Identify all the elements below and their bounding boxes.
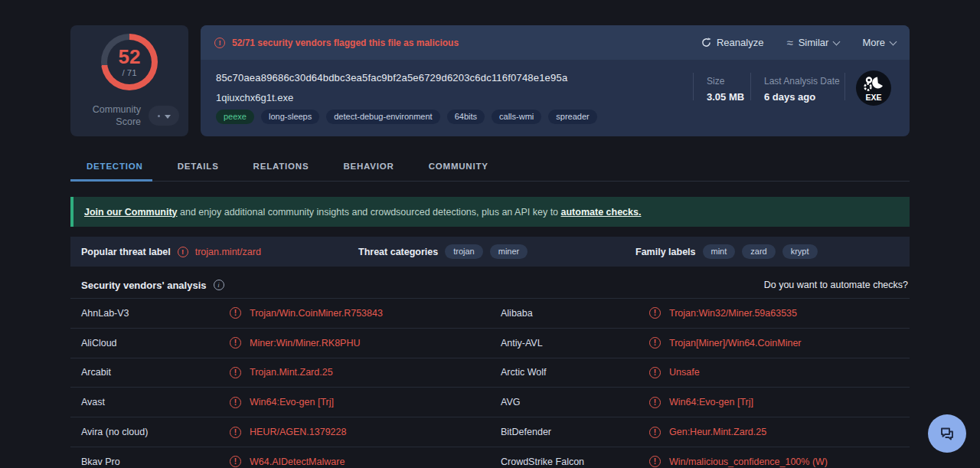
caret-down-icon	[165, 115, 171, 119]
detection-result: HEUR/AGEN.1379228	[230, 427, 346, 438]
more-label: More	[862, 37, 885, 48]
similar-button[interactable]: ≈ Similar	[786, 36, 839, 49]
alert-icon	[230, 456, 241, 467]
community-score-card: 52 / 71 CommunityScore	[70, 25, 188, 136]
threat-category-pill-miner[interactable]: miner	[490, 244, 528, 259]
vendor-name: Avast	[70, 397, 230, 407]
exe-filetype-icon: EXE	[856, 70, 891, 106]
alert-icon	[649, 337, 661, 349]
threat-categories-group: Threat categories trojanminer	[358, 237, 528, 267]
automate-checks-link[interactable]: automate checks.	[561, 207, 642, 218]
warning-icon	[214, 38, 225, 48]
detection-table-row: AhnLab-V3Trojan/Win.CoinMiner.R753843Ali…	[70, 299, 910, 329]
alert-icon	[649, 397, 661, 408]
community-banner-text: and enjoy additional community insights …	[178, 207, 561, 218]
alert-icon	[649, 456, 661, 467]
detection-cell: AliCloudMiner:Win/Miner.RK8PHU	[70, 329, 490, 358]
detection-result: Trojan:Win32/Miner.59a63535	[649, 307, 797, 319]
family-labels-title: Family labels	[635, 247, 696, 257]
malicious-alert-text: 52/71 security vendors flagged this file…	[232, 38, 459, 48]
file-tag-spreader[interactable]: spreader	[548, 110, 596, 124]
threat-category-pill-trojan[interactable]: trojan	[445, 244, 483, 259]
file-tag-peexe[interactable]: peexe	[216, 110, 254, 124]
detection-cell: AvastWin64:Evo-gen [Trj]	[70, 388, 490, 417]
info-icon[interactable]	[214, 280, 224, 290]
detection-result-text: Win64:Evo-gen [Trj]	[669, 397, 753, 407]
family-label-pill-mint[interactable]: mint	[703, 244, 736, 259]
similar-label: Similar	[799, 37, 829, 48]
detection-cell: Arctic WolfUnsafe	[490, 358, 910, 388]
family-labels-group: Family labels mintzardkrypt	[635, 237, 818, 267]
size-label: Size	[707, 76, 724, 87]
last-analysis-date-label: Last Analysis Date	[764, 76, 840, 87]
score-label-line2: Score	[116, 116, 141, 127]
header-actions: Reanalyze ≈ Similar More	[701, 36, 896, 49]
detection-result-text: Trojan[Miner]/Win64.CoinMiner	[669, 338, 802, 349]
warning-icon	[178, 247, 188, 257]
meta-divider	[844, 73, 845, 100]
vendor-name: Avira (no cloud)	[70, 427, 230, 437]
vendor-name: Antiy-AVL	[490, 338, 649, 349]
tab-detection[interactable]: DETECTION	[87, 162, 143, 181]
detection-result-text: W64.AIDetectMalware	[250, 457, 345, 467]
exe-badge-label: EXE	[865, 93, 881, 102]
detection-cell: Antiy-AVLTrojan[Miner]/Win64.CoinMiner	[490, 329, 910, 358]
detection-cell: Bkav ProW64.AIDetectMalware	[70, 447, 490, 468]
file-tag-long-sleeps[interactable]: long-sleeps	[261, 110, 319, 124]
file-tag-64bits[interactable]: 64bits	[447, 110, 485, 124]
alert-icon	[230, 307, 241, 319]
alert-icon	[649, 307, 661, 319]
vendor-name: Arctic Wolf	[490, 367, 649, 378]
detection-result: Trojan/Win.CoinMiner.R753843	[230, 307, 383, 319]
reanalyze-button[interactable]: Reanalyze	[701, 37, 763, 48]
more-button[interactable]: More	[862, 37, 896, 48]
popular-threat-label-title: Popular threat label	[81, 247, 171, 257]
alert-icon	[230, 337, 241, 349]
popular-threat-label-value[interactable]: trojan.mint/zard	[195, 247, 261, 257]
score-total: / 71	[122, 68, 136, 77]
detection-table-row: AvastWin64:Evo-gen [Trj]AVGWin64:Evo-gen…	[70, 388, 910, 417]
detection-result: Win64:Evo-gen [Trj]	[230, 397, 334, 408]
family-label-pill-krypt[interactable]: krypt	[782, 244, 818, 259]
analysis-title-group: Security vendors' analysis	[81, 280, 224, 291]
detection-result: Trojan[Miner]/Win64.CoinMiner	[649, 337, 802, 349]
analysis-title: Security vendors' analysis	[81, 280, 207, 291]
chat-icon	[938, 424, 956, 443]
file-tag-detect-debug-environment[interactable]: detect-debug-environment	[326, 110, 439, 124]
alert-icon	[230, 427, 241, 438]
alert-icon	[230, 367, 241, 378]
detection-result-text: Trojan:Win32/Miner.59a63535	[669, 308, 797, 319]
detection-cell: BitDefenderGen:Heur.Mint.Zard.25	[490, 417, 910, 447]
detection-result-text: Gen:Heur.Mint.Zard.25	[669, 427, 766, 437]
file-hash[interactable]: 85c70aea89686c30d64bdbc3ea5fac9bf2a5e672…	[216, 72, 567, 83]
detection-result: Win/malicious_confidence_100% (W)	[649, 456, 828, 467]
automate-checks-question-link[interactable]: Do you want to automate checks?	[764, 280, 908, 290]
tab-details[interactable]: DETAILS	[178, 162, 219, 181]
tab-relations[interactable]: RELATIONS	[253, 162, 309, 181]
family-label-pill-zard[interactable]: zard	[742, 244, 775, 259]
vendor-name: BitDefender	[490, 427, 649, 437]
detection-result-text: Trojan.Mint.Zard.25	[250, 367, 333, 378]
chat-fab-button[interactable]	[928, 414, 966, 453]
detection-result-text: Unsafe	[669, 367, 700, 378]
detections-table: AhnLab-V3Trojan/Win.CoinMiner.R753843Ali…	[70, 298, 910, 468]
threat-category-pills: trojanminer	[445, 244, 528, 259]
vendor-name: Bkav Pro	[70, 457, 230, 467]
score-label-line1: Community	[93, 104, 141, 115]
virustotal-detection-page: 52 / 71 CommunityScore 52/71 security ve…	[0, 0, 980, 468]
detection-result-text: Miner:Win/Miner.RK8PHU	[250, 338, 360, 349]
meta-divider	[693, 73, 694, 100]
score-value: 52	[119, 47, 141, 67]
detection-result-text: Win/malicious_confidence_100% (W)	[669, 457, 828, 467]
vendor-name: Alibaba	[490, 308, 649, 319]
join-community-link[interactable]: Join our Community	[84, 207, 178, 218]
detection-result: Unsafe	[649, 367, 700, 378]
detection-cell: ArcabitTrojan.Mint.Zard.25	[70, 358, 490, 388]
detection-table-row: Bkav ProW64.AIDetectMalwareCrowdStrike F…	[70, 447, 910, 468]
tab-community[interactable]: COMMUNITY	[429, 162, 488, 181]
meta-divider	[750, 73, 751, 100]
detection-table-row: ArcabitTrojan.Mint.Zard.25Arctic WolfUns…	[70, 358, 910, 388]
tab-behavior[interactable]: BEHAVIOR	[343, 162, 394, 181]
community-vote-widget[interactable]	[149, 106, 179, 126]
file-tag-calls-wmi[interactable]: calls-wmi	[492, 110, 541, 124]
